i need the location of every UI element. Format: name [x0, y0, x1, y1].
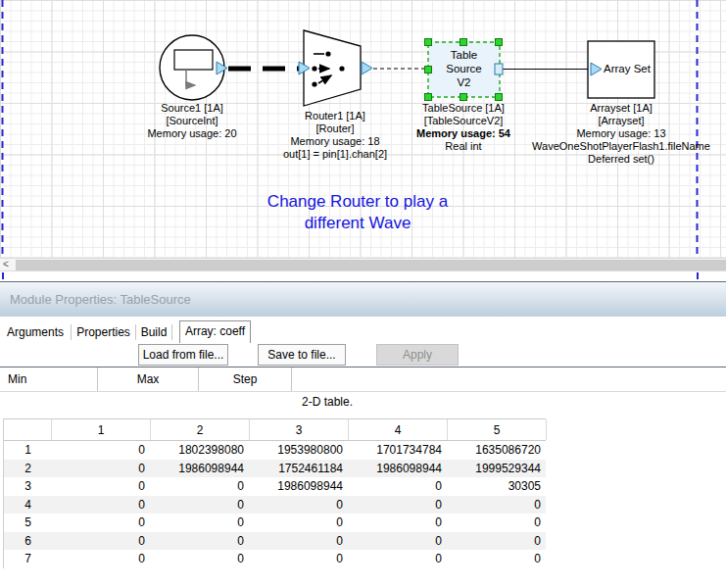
- grid-cell[interactable]: 1752461184: [250, 460, 349, 478]
- margin-guide-tick-right: [697, 272, 699, 279]
- router-output-pin-icon: [362, 62, 372, 74]
- grid-cell[interactable]: 0: [52, 441, 151, 460]
- grid-column-header[interactable]: 4: [349, 419, 448, 440]
- tab-build[interactable]: Build: [136, 324, 172, 340]
- grid-cell[interactable]: 0: [448, 532, 547, 551]
- save-to-file-button[interactable]: Save to file...: [258, 344, 346, 366]
- scrollbar-thumb[interactable]: [16, 260, 726, 270]
- apply-button[interactable]: Apply: [376, 344, 459, 366]
- grid-row-label[interactable]: 3: [4, 477, 52, 496]
- grid-cell[interactable]: 0: [349, 477, 448, 496]
- grid-row-label[interactable]: 2: [4, 460, 52, 478]
- grid-cell[interactable]: 0: [349, 550, 448, 568]
- grid-cell[interactable]: 0: [250, 514, 349, 532]
- panel-title: Module Properties: TableSource: [0, 281, 726, 317]
- grid-column-header[interactable]: 2: [151, 419, 250, 440]
- tab-strip: Arguments Properties Build Array: coeff: [0, 317, 726, 343]
- diagram-comment[interactable]: Change Router to play a different Wave: [267, 191, 448, 234]
- grid-cell[interactable]: 0: [448, 550, 547, 568]
- canvas-bottom-strip: [0, 271, 726, 281]
- diagram-canvas[interactable]: Table Source V2 Array Set Source1 [1A] […: [0, 0, 726, 258]
- grid-row: 700000: [4, 550, 546, 568]
- max-column-header[interactable]: Max: [98, 368, 199, 391]
- router-caption: Router1 [1A] [Router] Memory usage: 18 o…: [283, 110, 387, 161]
- grid-row-label[interactable]: 4: [4, 496, 52, 514]
- grid-cell[interactable]: 30305: [448, 477, 547, 496]
- arrayset-body-text[interactable]: Array Set: [603, 63, 652, 74]
- block-router[interactable]: [299, 30, 372, 106]
- tab-array-coeff[interactable]: Array: coeff: [179, 320, 251, 343]
- grid-cell[interactable]: 1986098944: [250, 477, 349, 496]
- grid-row-label[interactable]: 5: [4, 514, 52, 532]
- table-dimension-caption: 2-D table.: [302, 395, 353, 409]
- grid-cell[interactable]: 0: [349, 496, 448, 514]
- scroll-left-arrow-icon[interactable]: <: [3, 259, 15, 270]
- grid-row-label[interactable]: 6: [4, 532, 52, 551]
- grid-cell[interactable]: 0: [52, 532, 151, 551]
- grid-cell[interactable]: 1701734784: [349, 441, 448, 460]
- grid-column-header[interactable]: 3: [250, 419, 349, 440]
- grid-cell[interactable]: 0: [151, 550, 250, 568]
- arrayset-caption: Arrayset [1A] [Arrayset] Memory usage: 1…: [532, 102, 710, 166]
- grid-cell[interactable]: 0: [349, 532, 448, 551]
- tablesource-body-text[interactable]: Table Source V2: [428, 48, 500, 89]
- grid-column-header[interactable]: 5: [448, 419, 547, 440]
- grid-row-label[interactable]: 7: [4, 550, 52, 568]
- grid-cell[interactable]: 0: [52, 477, 151, 496]
- grid-cell[interactable]: 1999529344: [448, 460, 547, 478]
- grid-cell[interactable]: 0: [448, 514, 547, 532]
- grid-cell[interactable]: 0: [250, 496, 349, 514]
- grid-row: 600000: [4, 532, 546, 551]
- grid-cell[interactable]: 1635086720: [448, 441, 547, 460]
- grid-row: 3001986098944030305: [4, 477, 546, 496]
- grid-cell[interactable]: 0: [52, 460, 151, 478]
- grid-cell[interactable]: 0: [349, 514, 448, 532]
- grid-cell[interactable]: 0: [52, 550, 151, 568]
- grid-row: 500000: [4, 514, 546, 532]
- block-source[interactable]: [160, 35, 227, 100]
- step-column-header[interactable]: Step: [199, 368, 292, 391]
- min-column-header[interactable]: Min: [0, 368, 98, 391]
- grid-cell[interactable]: 0: [151, 496, 250, 514]
- grid-cell[interactable]: 1802398080: [151, 441, 250, 460]
- load-from-file-button[interactable]: Load from file...: [138, 344, 228, 366]
- grid-cell[interactable]: 0: [52, 514, 151, 532]
- grid-row: 400000: [4, 496, 546, 514]
- grid-body: 1018023980801953980800170173478416350867…: [4, 441, 546, 568]
- grid-cell[interactable]: 1986098944: [151, 460, 250, 478]
- grid-column-header[interactable]: 1: [52, 419, 151, 440]
- grid-cell[interactable]: 1953980800: [250, 441, 349, 460]
- grid-cell[interactable]: 0: [151, 477, 250, 496]
- grid-header: 12345: [4, 419, 546, 441]
- grid-row: 2019860989441752461184198609894419995293…: [4, 460, 546, 478]
- grid-row: 1018023980801953980800170173478416350867…: [4, 441, 546, 460]
- grid-cell[interactable]: 0: [448, 496, 547, 514]
- grid-cell[interactable]: 0: [52, 496, 151, 514]
- grid-cell[interactable]: 0: [250, 550, 349, 568]
- source-caption: Source1 [1A] [SourceInt] Memory usage: 2…: [147, 102, 236, 140]
- tab-properties[interactable]: Properties: [72, 324, 136, 340]
- tab-arguments[interactable]: Arguments: [0, 324, 72, 340]
- grid-cell[interactable]: 0: [151, 532, 250, 551]
- coeff-table[interactable]: 12345 1018023980801953980800170173478416…: [3, 418, 546, 568]
- grid-cell[interactable]: 1986098944: [349, 460, 448, 478]
- grid-cell[interactable]: 0: [250, 532, 349, 551]
- grid-corner-cell[interactable]: [4, 419, 52, 440]
- margin-guide-tick-left: [2, 272, 4, 279]
- grid-row-label[interactable]: 1: [4, 441, 52, 460]
- range-header-row: Min Max Step: [0, 368, 726, 392]
- grid-cell[interactable]: 0: [151, 514, 250, 532]
- tablesource-caption: TableSource [1A] [TableSourceV2] Memory …: [416, 102, 510, 153]
- button-row: Load from file... Save to file... Apply: [0, 343, 726, 367]
- horizontal-scrollbar[interactable]: <: [0, 258, 726, 271]
